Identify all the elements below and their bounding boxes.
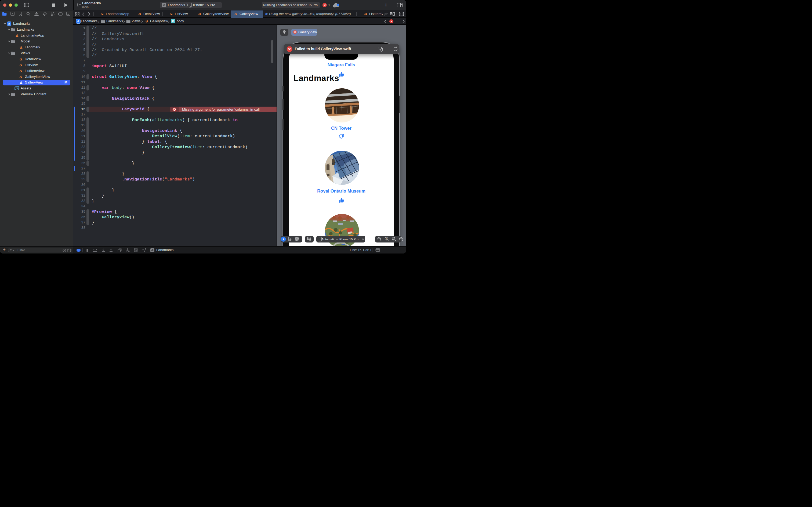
svg-text:1: 1 [386,238,387,240]
